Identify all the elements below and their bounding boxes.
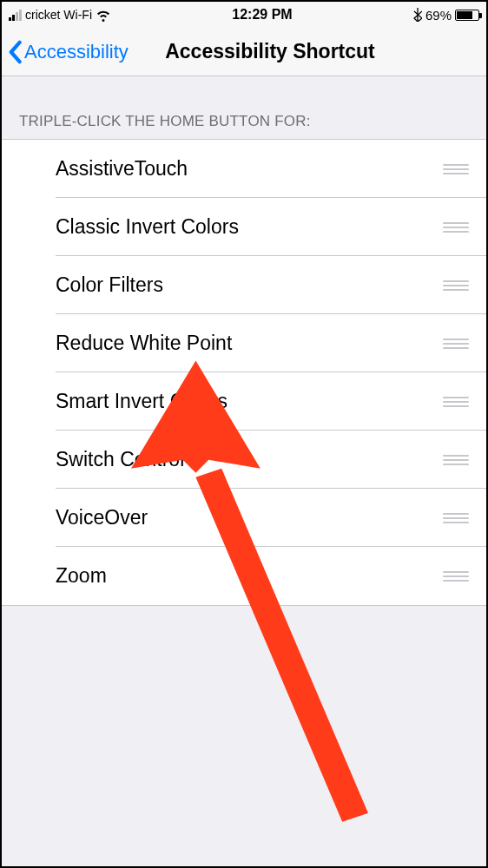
list-item-label: AssistiveTouch (56, 157, 443, 181)
battery-percent: 69% (425, 8, 452, 23)
list-item[interactable]: Reduce White Point (2, 314, 486, 372)
section-header: TRIPLE-CLICK THE HOME BUTTON FOR: (2, 76, 486, 139)
drag-handle-icon[interactable] (443, 455, 469, 465)
list-item[interactable]: Color Filters (2, 256, 486, 314)
drag-handle-icon[interactable] (443, 280, 469, 291)
back-button[interactable]: Accessibility (2, 40, 129, 64)
shortcut-list: AssistiveTouch Classic Invert Colors Col… (2, 139, 486, 606)
cell-signal-icon (9, 10, 22, 21)
list-item[interactable]: Classic Invert Colors (2, 198, 486, 256)
list-item-label: Classic Invert Colors (56, 215, 443, 239)
list-item[interactable]: Zoom (2, 547, 486, 605)
drag-handle-icon[interactable] (443, 339, 469, 349)
carrier-label: cricket Wi-Fi (25, 8, 92, 22)
list-item[interactable]: AssistiveTouch (2, 140, 486, 198)
back-label: Accessibility (24, 41, 129, 63)
drag-handle-icon[interactable] (443, 164, 469, 174)
nav-bar: Accessibility Accessibility Shortcut (2, 28, 486, 76)
list-item[interactable]: VoiceOver (2, 489, 486, 547)
status-time: 12:29 PM (232, 7, 292, 23)
wifi-icon (96, 7, 111, 23)
chevron-left-icon (7, 40, 23, 64)
battery-icon (455, 10, 479, 21)
drag-handle-icon[interactable] (443, 397, 469, 407)
list-item-label: Switch Control (56, 448, 443, 471)
drag-handle-icon[interactable] (443, 513, 469, 523)
bluetooth-icon (413, 8, 422, 22)
list-item-label: Color Filters (56, 273, 443, 297)
drag-handle-icon[interactable] (443, 222, 469, 233)
list-item-label: Zoom (56, 564, 443, 588)
status-bar: cricket Wi-Fi 12:29 PM 69% (2, 2, 486, 28)
list-item-label: Reduce White Point (56, 332, 443, 355)
list-item[interactable]: Smart Invert Colors (2, 372, 486, 431)
list-item-label: VoiceOver (56, 506, 443, 529)
drag-handle-icon[interactable] (443, 571, 469, 582)
list-item[interactable]: Switch Control (2, 431, 486, 489)
list-item-label: Smart Invert Colors (56, 390, 443, 413)
